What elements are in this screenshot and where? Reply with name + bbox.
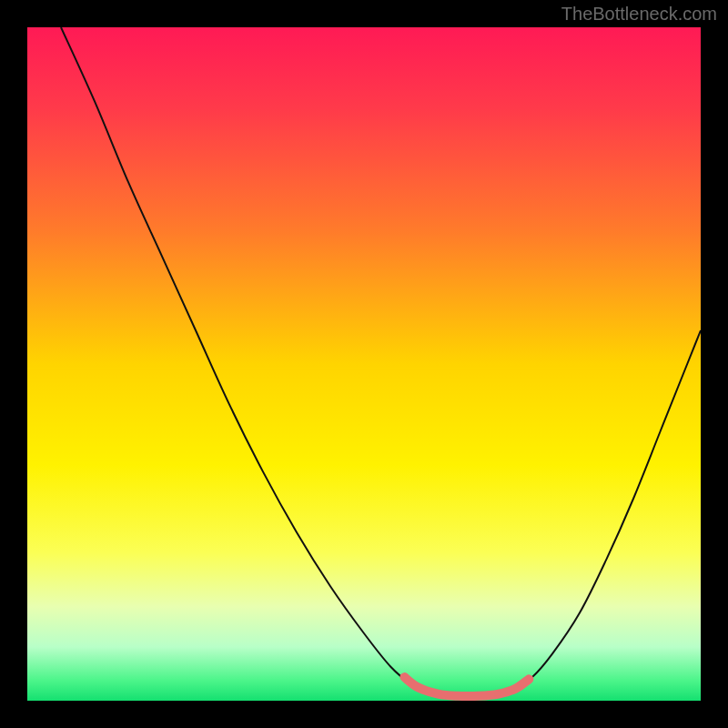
plot-area: [27, 27, 701, 701]
chart-svg: [27, 27, 701, 701]
gradient-fill-rect: [27, 27, 701, 701]
watermark-text: TheBottleneck.com: [561, 4, 717, 25]
